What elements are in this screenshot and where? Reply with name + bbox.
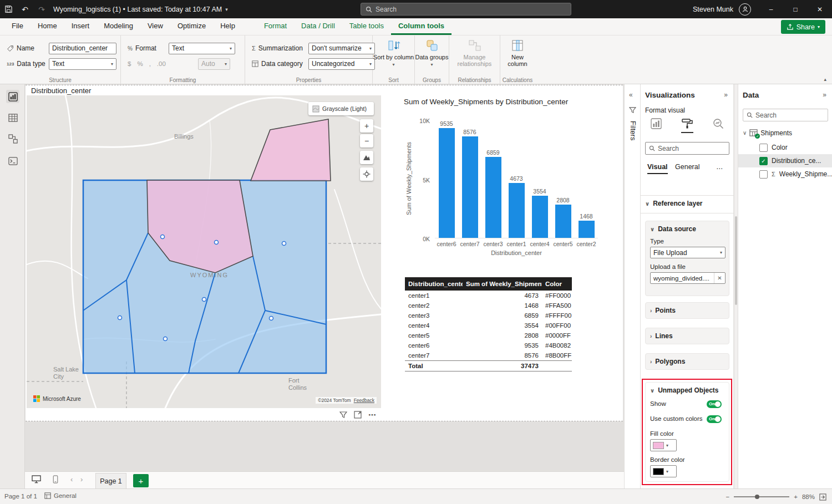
save-icon[interactable] <box>0 0 17 18</box>
data-source-header[interactable]: ∨ Data source <box>646 221 729 237</box>
bar[interactable] <box>579 221 595 238</box>
map-point[interactable] <box>270 317 273 320</box>
menu-tab-table-tools[interactable]: Table tools <box>342 18 391 35</box>
zoom-slider[interactable] <box>734 496 789 497</box>
previous-page-icon[interactable]: ‹ <box>70 475 73 483</box>
bar[interactable] <box>439 128 455 238</box>
dax-query-view-icon[interactable] <box>6 154 19 167</box>
zoom-in-icon[interactable]: + <box>794 493 798 500</box>
title-chevron-icon[interactable]: ▾ <box>225 7 228 12</box>
bar-column-center3[interactable]: 6859center3 <box>481 120 505 238</box>
data-groups-button[interactable]: Data groups ▾ <box>415 39 449 68</box>
table-node-shipments[interactable]: ∨ ✓ Shipments <box>743 129 792 137</box>
report-view-icon[interactable] <box>6 90 19 103</box>
table-row[interactable]: center14673#FF0000 <box>405 291 572 301</box>
menu-tab-modeling[interactable]: Modeling <box>97 18 140 35</box>
collapse-ribbon-icon[interactable]: ▴ <box>824 77 826 82</box>
field-checkbox[interactable]: ✓ <box>759 157 768 165</box>
page-tab-page-1[interactable]: Page 1 <box>95 473 126 488</box>
menu-tab-view[interactable]: View <box>140 18 170 35</box>
viz-search[interactable] <box>645 142 729 155</box>
viz-tabs-more-icon[interactable]: … <box>716 163 723 173</box>
redo-icon[interactable]: ↷ <box>33 0 50 18</box>
table-row[interactable]: center69535#4B0082 <box>405 340 572 350</box>
zoom-out-icon[interactable]: − <box>726 493 730 500</box>
manage-relationships-button[interactable]: Manage relationships <box>449 39 500 67</box>
sort-by-column-button[interactable]: Sort by column ▾ <box>373 39 414 68</box>
new-column-button[interactable]: New column <box>500 39 535 67</box>
view-mode-status[interactable]: General <box>44 492 77 499</box>
tab-visual[interactable]: Visual <box>647 163 668 174</box>
points-card[interactable]: › Points <box>645 302 729 319</box>
analytics-icon[interactable] <box>712 118 724 133</box>
tab-general[interactable]: General <box>675 163 699 173</box>
decimal-places-icon[interactable]: .00 <box>157 60 166 67</box>
map-tilt-button[interactable] <box>360 151 373 164</box>
collapse-visualizations-icon[interactable]: » <box>724 91 728 99</box>
map-zoom-out-button[interactable]: − <box>360 134 373 147</box>
focus-mode-icon[interactable] <box>354 411 362 419</box>
bar[interactable] <box>532 196 548 238</box>
minimize-button[interactable]: – <box>759 0 783 18</box>
map-canvas[interactable] <box>27 95 381 408</box>
uploaded-file-field[interactable]: wyoming_divided.... ✕ <box>650 272 726 284</box>
user-name[interactable]: Steven Munk <box>693 6 733 13</box>
menu-tab-data-drill[interactable]: Data / Drill <box>294 18 342 35</box>
table-row[interactable]: center78576#8B00FF <box>405 350 572 361</box>
clear-file-icon[interactable]: ✕ <box>714 273 725 283</box>
map-point[interactable] <box>161 235 165 239</box>
maximize-button[interactable]: □ <box>783 0 808 18</box>
map-locate-button[interactable] <box>360 167 373 181</box>
thousands-separator-icon[interactable]: , <box>149 60 151 67</box>
map-point[interactable] <box>282 242 286 246</box>
expand-filters-icon[interactable]: « <box>629 91 633 99</box>
lines-card[interactable]: › Lines <box>645 328 729 344</box>
name-input[interactable] <box>49 43 116 54</box>
show-toggle[interactable]: On <box>707 400 722 408</box>
bar-column-center5[interactable]: 2808center5 <box>551 120 575 238</box>
fit-to-page-icon[interactable] <box>819 493 826 501</box>
bar-chart-visual[interactable]: Sum of Weekly_Shipments by Distribution_… <box>388 92 617 264</box>
next-page-icon[interactable]: › <box>80 475 83 483</box>
menu-tab-insert[interactable]: Insert <box>64 18 97 35</box>
percent-icon[interactable]: % <box>137 60 143 67</box>
scrollbar-thumb[interactable] <box>735 216 737 305</box>
fill-color-dropdown[interactable]: ▾ <box>650 439 677 451</box>
zoom-level[interactable]: 88% <box>802 493 815 500</box>
mobile-layout-icon[interactable] <box>53 475 58 483</box>
avatar[interactable] <box>739 3 751 16</box>
field-row-color[interactable]: Color <box>738 141 832 154</box>
map-visual[interactable]: Billings WYOMING Salt Lake City Fort Col… <box>27 95 381 408</box>
filters-funnel-icon[interactable] <box>629 106 636 114</box>
map-point[interactable] <box>164 337 168 341</box>
feedback-link[interactable]: Feedback <box>354 398 374 403</box>
bar[interactable] <box>485 157 501 238</box>
polygons-card[interactable]: › Polygons <box>645 353 729 370</box>
menu-tab-column-tools[interactable]: Column tools <box>391 18 451 35</box>
type-select[interactable]: File Upload ▾ <box>650 247 726 258</box>
close-button[interactable]: ✕ <box>808 0 832 18</box>
more-options-icon[interactable]: ⋯ <box>368 410 376 419</box>
map-point[interactable] <box>118 316 122 320</box>
menu-tab-optimize[interactable]: Optimize <box>170 18 213 35</box>
menu-tab-file[interactable]: File <box>4 18 31 35</box>
desktop-layout-icon[interactable] <box>32 475 41 483</box>
border-color-dropdown[interactable]: ▾ <box>650 465 677 477</box>
column-header-color[interactable]: Color <box>542 277 572 291</box>
bar[interactable] <box>509 183 525 238</box>
field-checkbox[interactable] <box>759 144 768 152</box>
bar[interactable] <box>555 205 571 238</box>
viz-search-input[interactable] <box>658 145 726 152</box>
format-visual-icon[interactable] <box>681 118 693 133</box>
titlebar-search[interactable] <box>361 3 571 16</box>
menu-tab-help[interactable]: Help <box>213 18 242 35</box>
undo-icon[interactable]: ↶ <box>17 0 33 18</box>
decimal-auto-select[interactable]: Auto ▾ <box>198 58 230 70</box>
table-row[interactable]: center21468#FFA500 <box>405 301 572 310</box>
data-search[interactable] <box>743 109 828 121</box>
column-header-distribution-center[interactable]: Distribution_center <box>405 277 463 291</box>
bar-column-center6[interactable]: 9535center6 <box>435 120 458 238</box>
use-custom-colors-toggle[interactable]: On <box>707 415 722 423</box>
menu-tab-format[interactable]: Format <box>257 18 294 35</box>
bar-column-center7[interactable]: 8576center7 <box>458 120 481 238</box>
